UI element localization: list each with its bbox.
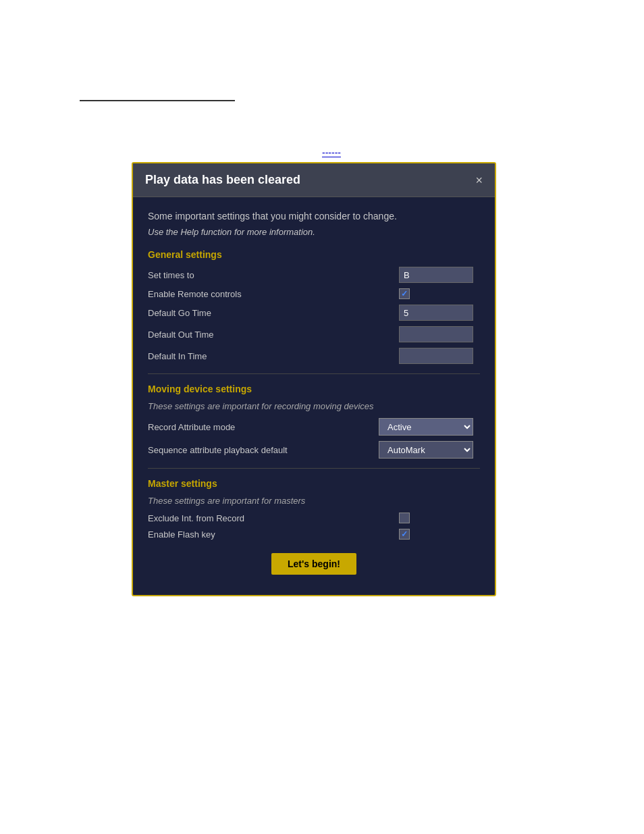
exclude-int-checkbox[interactable]	[399, 513, 410, 523]
general-settings-section: General settings Set times to Enable Rem…	[148, 249, 480, 364]
top-decorative-line	[80, 100, 235, 101]
master-settings-desc: These settings are important for masters	[148, 496, 480, 506]
dialog: Play data has been cleared × Some import…	[132, 162, 496, 596]
intro-text: Some important settings that you might c…	[148, 211, 480, 221]
general-settings-title: General settings	[148, 249, 480, 260]
background-link[interactable]: ------	[322, 147, 341, 158]
record-attribute-row: Record Attribute mode Active Inactive	[148, 418, 480, 436]
set-times-row: Set times to	[148, 267, 480, 283]
record-attribute-select[interactable]: Active Inactive	[379, 418, 473, 436]
default-go-time-label: Default Go Time	[148, 308, 399, 318]
default-out-time-label: Default Out Time	[148, 330, 399, 340]
enable-flash-label: Enable Flash key	[148, 529, 399, 540]
divider-2	[148, 468, 480, 469]
enable-flash-checkbox-container	[399, 529, 473, 540]
exclude-int-label: Exclude Int. from Record	[148, 513, 399, 523]
dialog-title: Play data has been cleared	[145, 173, 300, 187]
enable-remote-checkbox[interactable]	[399, 288, 410, 299]
record-attribute-label: Record Attribute mode	[148, 422, 379, 432]
exclude-int-checkbox-container	[399, 513, 473, 523]
sequence-attribute-select[interactable]: AutoMark Manual	[379, 441, 473, 459]
moving-device-settings-section: Moving device settings These settings ar…	[148, 384, 480, 459]
default-out-time-input[interactable]	[399, 326, 473, 342]
default-in-time-row: Default In Time	[148, 348, 480, 364]
help-text: Use the Help function for more informati…	[148, 227, 480, 237]
sequence-attribute-label: Sequence attribute playback default	[148, 445, 379, 455]
divider-1	[148, 373, 480, 374]
enable-remote-row: Enable Remote controls	[148, 288, 480, 299]
exclude-int-row: Exclude Int. from Record	[148, 513, 480, 523]
default-in-time-label: Default In Time	[148, 351, 399, 361]
dialog-body: Some important settings that you might c…	[133, 197, 495, 595]
enable-flash-checkbox[interactable]	[399, 529, 410, 540]
default-go-time-input[interactable]	[399, 305, 473, 321]
master-settings-section: Master settings These settings are impor…	[148, 478, 480, 540]
enable-flash-row: Enable Flash key	[148, 529, 480, 540]
set-times-input[interactable]	[399, 267, 473, 283]
dialog-header: Play data has been cleared ×	[133, 163, 495, 197]
default-in-time-input[interactable]	[399, 348, 473, 364]
moving-device-desc: These settings are important for recordi…	[148, 401, 480, 411]
moving-device-title: Moving device settings	[148, 384, 480, 394]
sequence-attribute-row: Sequence attribute playback default Auto…	[148, 441, 480, 459]
enable-remote-label: Enable Remote controls	[148, 289, 399, 299]
close-button[interactable]: ×	[475, 174, 483, 186]
default-go-time-row: Default Go Time	[148, 305, 480, 321]
default-out-time-row: Default Out Time	[148, 326, 480, 342]
lets-begin-button[interactable]: Let's begin!	[271, 553, 356, 575]
master-settings-title: Master settings	[148, 478, 480, 489]
enable-remote-checkbox-container	[399, 288, 473, 299]
set-times-label: Set times to	[148, 270, 399, 280]
